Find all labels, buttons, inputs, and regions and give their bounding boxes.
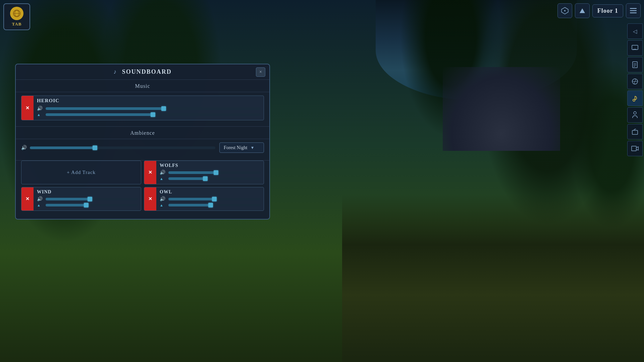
svg-rect-7: [630, 10, 637, 11]
owl-track-content: Owl 🔊 ▲: [156, 187, 264, 210]
owl-pitch-fill: [168, 204, 211, 206]
ambience-slider-wrap: 🔊: [21, 145, 215, 150]
sidebar-notes-btn[interactable]: [627, 57, 643, 72]
wolfs-volume-thumb[interactable]: [214, 170, 218, 175]
soundboard-panel: ♪ Soundboard × Music ✕ Heroic 🔊 ▲: [15, 64, 270, 220]
ambience-dropdown-value: Forest Night: [224, 145, 247, 150]
wolfs-track-name: Wolfs: [160, 163, 260, 168]
wolfs-pitch-thumb[interactable]: [203, 176, 208, 181]
close-button[interactable]: ×: [256, 67, 265, 77]
heroic-pitch-slider[interactable]: [46, 113, 260, 116]
floor-label: Floor 1: [592, 4, 623, 17]
wolfs-volume-row: 🔊: [160, 170, 260, 175]
ambience-volume-fill: [30, 146, 95, 149]
wolfs-pitch-icon: ▲: [160, 177, 166, 181]
wind-volume-row: 🔊: [37, 196, 138, 202]
sidebar-chat-btn[interactable]: [627, 40, 643, 56]
wind-pitch-fill: [46, 204, 86, 206]
owl-volume-fill: [168, 198, 214, 200]
svg-marker-5: [580, 8, 585, 13]
sidebar-character-btn[interactable]: [627, 107, 643, 123]
wolfs-volume-icon: 🔊: [160, 170, 166, 175]
panel-title: ♪ Soundboard: [113, 68, 172, 75]
music-section-header: Music: [16, 80, 269, 92]
wolfs-volume-slider[interactable]: [168, 171, 260, 174]
dropdown-arrow-icon: ▾: [251, 145, 254, 150]
heroic-pitch-row: ▲: [37, 113, 260, 117]
sidebar-collapse-btn[interactable]: ◁: [627, 23, 643, 39]
svg-rect-6: [630, 8, 637, 9]
arrow-up-button[interactable]: [575, 3, 590, 18]
owl-remove-btn[interactable]: ✕: [144, 187, 156, 210]
owl-volume-thumb[interactable]: [212, 197, 217, 201]
panel-header: ♪ Soundboard ×: [16, 64, 269, 80]
sidebar-scene-btn[interactable]: [627, 74, 643, 89]
heroic-volume-thumb[interactable]: [161, 106, 166, 111]
wolfs-pitch-slider[interactable]: [168, 177, 260, 180]
wolfs-track-content: Wolfs 🔊 ▲: [156, 161, 264, 184]
right-sidebar: ◁: [627, 23, 644, 156]
wind-pitch-row: ▲: [37, 203, 138, 207]
heroic-pitch-fill: [46, 113, 153, 116]
ambience-volume-slider[interactable]: [30, 146, 215, 149]
ambience-section-header: Ambience: [16, 127, 269, 139]
wind-volume-fill: [46, 198, 90, 200]
tab-button[interactable]: TAB: [3, 3, 30, 30]
wind-pitch-slider[interactable]: [46, 204, 138, 206]
wind-pitch-icon: ▲: [37, 203, 43, 207]
wolfs-remove-btn[interactable]: ✕: [144, 161, 156, 184]
music-track-heroic: ✕ Heroic 🔊 ▲: [21, 96, 264, 120]
wind-track-name: Wind: [37, 189, 138, 195]
heroic-volume-slider[interactable]: [46, 107, 260, 110]
hamburger-menu-button[interactable]: [626, 3, 641, 18]
owl-track-name: Owl: [160, 189, 260, 195]
owl-volume-slider[interactable]: [168, 198, 260, 200]
svg-rect-8: [630, 12, 637, 13]
owl-pitch-thumb[interactable]: [208, 203, 213, 207]
sidebar-soundboard-btn[interactable]: [627, 90, 643, 106]
ambience-track-wind: ✕ Wind 🔊 ▲: [21, 187, 141, 211]
owl-pitch-slider[interactable]: [168, 204, 260, 206]
ground: [342, 194, 644, 362]
wolfs-pitch-fill: [168, 177, 205, 180]
ambience-volume-thumb[interactable]: [93, 145, 97, 150]
tab-label: TAB: [12, 21, 22, 27]
wind-volume-thumb[interactable]: [88, 197, 92, 201]
svg-rect-20: [632, 146, 636, 151]
heroic-volume-fill: [46, 107, 164, 110]
music-section: ✕ Heroic 🔊 ▲: [16, 92, 269, 127]
ambience-dropdown[interactable]: Forest Night ▾: [219, 142, 264, 153]
ambience-section: 🔊 Forest Night ▾: [16, 139, 269, 161]
wolfs-volume-fill: [168, 171, 216, 174]
ambience-track-owl: ✕ Owl 🔊 ▲: [144, 187, 264, 211]
dice-button[interactable]: [557, 3, 572, 18]
wind-volume-slider[interactable]: [46, 198, 138, 200]
ambience-tracks-grid: + Add Track ✕ Wolfs 🔊 ▲: [16, 161, 269, 214]
heroic-pitch-thumb[interactable]: [151, 112, 155, 117]
music-note-icon: ♪: [113, 68, 117, 75]
rocks: [443, 67, 560, 151]
svg-rect-10: [633, 62, 637, 68]
wind-remove-btn[interactable]: ✕: [21, 187, 34, 210]
sidebar-inventory-btn[interactable]: [627, 124, 643, 139]
sidebar-video-btn[interactable]: [627, 141, 643, 156]
wind-volume-icon: 🔊: [37, 196, 43, 202]
tab-icon: [10, 7, 23, 20]
wolfs-pitch-row: ▲: [160, 177, 260, 181]
svg-rect-9: [632, 45, 638, 50]
svg-point-4: [564, 10, 566, 11]
wind-pitch-thumb[interactable]: [84, 203, 89, 207]
top-right-toolbar: Floor 1: [557, 3, 641, 18]
heroic-track-name: Heroic: [37, 98, 260, 104]
wind-track-content: Wind 🔊 ▲: [34, 187, 141, 210]
ambience-volume-icon: 🔊: [21, 145, 27, 150]
svg-point-16: [633, 99, 635, 101]
owl-volume-row: 🔊: [160, 196, 260, 202]
svg-rect-19: [632, 130, 638, 134]
pitch-icon: ▲: [37, 113, 43, 117]
heroic-remove-btn[interactable]: ✕: [21, 96, 34, 120]
add-track-button[interactable]: + Add Track: [21, 161, 141, 184]
heroic-track-content: Heroic 🔊 ▲: [34, 96, 264, 120]
owl-pitch-row: ▲: [160, 203, 260, 207]
svg-point-18: [634, 112, 636, 114]
